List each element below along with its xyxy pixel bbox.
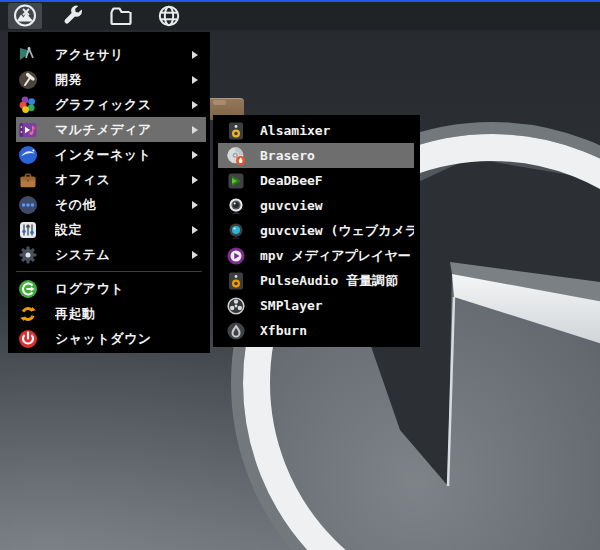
guvcview-icon (226, 196, 246, 216)
submenu-item-mpv-label: mpv メディアプレイヤー (260, 247, 414, 265)
shutdown-icon (18, 329, 38, 349)
menu-separator (16, 271, 202, 272)
g-crossbar-top (450, 262, 600, 304)
menu-item-accessories[interactable]: アクセサリ (16, 42, 206, 67)
ghostbsd-logo-icon (12, 3, 38, 29)
submenu-arrow-icon (192, 126, 198, 134)
submenu-item-brasero-label: Brasero (260, 148, 414, 163)
development-icon (18, 70, 38, 90)
menu-item-system[interactable]: システム (16, 242, 206, 267)
accessories-icon (18, 45, 38, 65)
menu-action-restart-label: 再起動 (55, 305, 206, 323)
submenu-item-alsamixer[interactable]: Alsamixer (218, 118, 414, 143)
menu-item-graphics[interactable]: グラフィックス (16, 92, 206, 117)
menu-categories: アクセサリ開発グラフィックスマルチメディアインターネットオフィスその他設定システ… (8, 42, 210, 267)
globe-icon (156, 3, 182, 29)
deadbeef-icon (226, 171, 246, 191)
submenu-item-xfburn[interactable]: Xfburn (218, 318, 414, 343)
submenu-arrow-icon (192, 201, 198, 209)
menu-action-logout[interactable]: ログアウト (16, 276, 206, 301)
brasero-icon (226, 146, 246, 166)
menu-actions: ログアウト再起動シャットダウン (8, 276, 210, 351)
submenu-item-deadbeef-label: DeaDBeeF (260, 173, 414, 188)
restart-icon (18, 304, 38, 324)
submenu-arrow-icon (192, 226, 198, 234)
menu-item-internet[interactable]: インターネット (16, 142, 206, 167)
wrench-icon (60, 3, 86, 29)
submenu-arrow-icon (192, 151, 198, 159)
submenu-item-smplayer[interactable]: SMPlayer (218, 293, 414, 318)
g-crossbar-front (452, 274, 600, 348)
topbar-buttons (8, 3, 186, 29)
menu-item-multimedia-label: マルチメディア (55, 121, 175, 139)
g-edge-highlight (448, 297, 454, 486)
submenu-item-deadbeef[interactable]: DeaDBeeF (218, 168, 414, 193)
submenu-items: AlsamixerBraseroDeaDBeeFguvcviewguvcview… (213, 118, 420, 343)
submenu-item-smplayer-label: SMPlayer (260, 298, 414, 313)
top-panel (0, 0, 600, 30)
submenu-item-guvcview-label: guvcview (260, 198, 414, 213)
app-menu-button[interactable] (8, 3, 42, 29)
mpv-icon (226, 246, 246, 266)
submenu-item-brasero[interactable]: Brasero (218, 143, 414, 168)
submenu-arrow-icon (192, 76, 198, 84)
multimedia-icon (18, 120, 38, 140)
menu-item-office[interactable]: オフィス (16, 167, 206, 192)
alsamixer-icon (226, 121, 246, 141)
folder-tab (213, 100, 226, 105)
tools-button[interactable] (56, 3, 90, 29)
multimedia-submenu: AlsamixerBraseroDeaDBeeFguvcviewguvcview… (213, 115, 420, 347)
web-browser-button[interactable] (152, 3, 186, 29)
submenu-arrow-icon (192, 251, 198, 259)
menu-action-logout-label: ログアウト (55, 280, 206, 298)
menu-action-shutdown[interactable]: シャットダウン (16, 326, 206, 351)
menu-item-development[interactable]: 開発 (16, 67, 206, 92)
menu-item-office-label: オフィス (55, 171, 175, 189)
settings-icon (18, 220, 38, 240)
menu-action-shutdown-label: シャットダウン (55, 330, 206, 348)
submenu-arrow-icon (192, 101, 198, 109)
submenu-arrow-icon (192, 176, 198, 184)
system-icon (18, 245, 38, 265)
menu-item-accessories-label: アクセサリ (55, 46, 175, 64)
smplayer-icon (226, 296, 246, 316)
menu-item-internet-label: インターネット (55, 146, 175, 164)
application-menu: アクセサリ開発グラフィックスマルチメディアインターネットオフィスその他設定システ… (8, 32, 210, 353)
submenu-item-xfburn-label: Xfburn (260, 323, 414, 338)
desktop: アクセサリ開発グラフィックスマルチメディアインターネットオフィスその他設定システ… (0, 0, 600, 550)
graphics-icon (18, 95, 38, 115)
pulseaudio-icon (226, 271, 246, 291)
folder-icon (108, 3, 134, 29)
menu-item-graphics-label: グラフィックス (55, 96, 175, 114)
menu-item-development-label: 開発 (55, 71, 175, 89)
submenu-item-pulseaudio[interactable]: PulseAudio 音量調節 (218, 268, 414, 293)
submenu-item-pulseaudio-label: PulseAudio 音量調節 (260, 272, 414, 290)
internet-icon (18, 145, 38, 165)
menu-item-other-label: その他 (55, 196, 175, 214)
submenu-item-guvcview-webcam-label: guvcview (ウェブカメラ) (260, 222, 414, 240)
submenu-item-guvcview[interactable]: guvcview (218, 193, 414, 218)
menu-item-system-label: システム (55, 246, 175, 264)
other-icon (18, 195, 38, 215)
submenu-item-alsamixer-label: Alsamixer (260, 123, 414, 138)
logout-icon (18, 279, 38, 299)
menu-item-multimedia[interactable]: マルチメディア (16, 117, 206, 142)
guvcview-webcam-icon (226, 221, 246, 241)
menu-item-settings-label: 設定 (55, 221, 175, 239)
submenu-item-mpv[interactable]: mpv メディアプレイヤー (218, 243, 414, 268)
xfburn-icon (226, 321, 246, 341)
menu-action-restart[interactable]: 再起動 (16, 301, 206, 326)
submenu-item-guvcview-webcam[interactable]: guvcview (ウェブカメラ) (218, 218, 414, 243)
menu-item-settings[interactable]: 設定 (16, 217, 206, 242)
submenu-arrow-icon (192, 51, 198, 59)
menu-item-other[interactable]: その他 (16, 192, 206, 217)
file-manager-button[interactable] (104, 3, 138, 29)
office-icon (18, 170, 38, 190)
